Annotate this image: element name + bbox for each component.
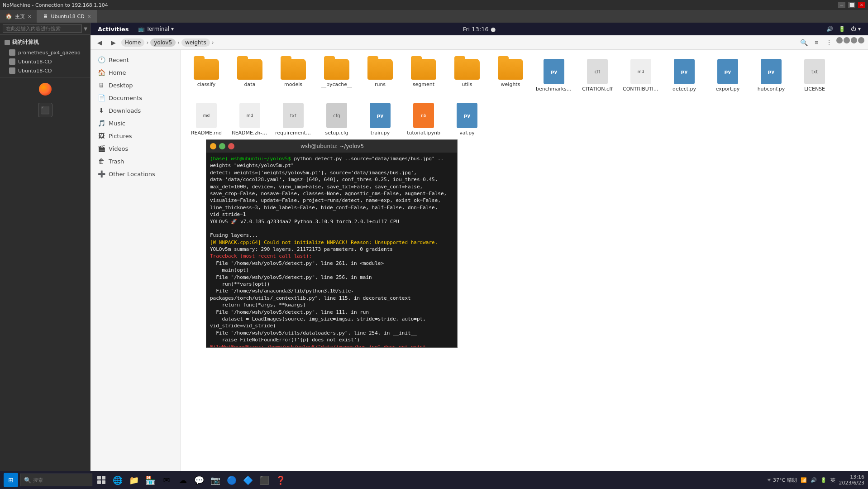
- fm-menu-button[interactable]: ⋮: [824, 37, 835, 48]
- wm-btn-1[interactable]: [836, 37, 843, 43]
- activities-button[interactable]: Activities: [98, 26, 129, 33]
- taskbar-icon-email[interactable]: ✉️: [159, 473, 174, 487]
- fm-sidebar-trash[interactable]: 🗑 Trash: [91, 155, 181, 168]
- file-readme-zh[interactable]: md README.zh-CN.md: [232, 101, 268, 138]
- file-runs[interactable]: runs: [362, 57, 398, 94]
- fm-sidebar-music[interactable]: 🎵 Music: [91, 117, 181, 129]
- my-computer-header: 我的计算机: [0, 37, 90, 48]
- file-benchmarks[interactable]: py benchmarks.py: [536, 57, 572, 94]
- terminal-close[interactable]: [228, 143, 234, 149]
- file-tutorial[interactable]: nb tutorial.ipynb: [405, 101, 442, 138]
- file-requirements[interactable]: txt requirements.txt: [275, 101, 311, 138]
- fm-sidebar-desktop-label: Desktop: [109, 82, 133, 89]
- fm-sidebar-videos[interactable]: 🎬 Videos: [91, 142, 181, 155]
- file-license[interactable]: txt LICENSE: [796, 57, 833, 94]
- close-button[interactable]: ✕: [858, 2, 865, 8]
- fm-sidebar-recent[interactable]: 🕐 Recent: [91, 53, 181, 66]
- fm-forward-button[interactable]: ▶: [108, 37, 119, 48]
- file-utils-label: utils: [462, 82, 472, 87]
- file-val-label: val.py: [459, 130, 474, 136]
- ubuntu18-cd-item-2[interactable]: Ubuntu18-CD: [0, 66, 90, 75]
- terminal-body[interactable]: (base) wsh@ubuntu:~/yolov5$ python detec…: [206, 153, 457, 347]
- file-hubconf[interactable]: py hubconf.py: [753, 57, 789, 94]
- fm-sidebar-documents[interactable]: 📄 Documents: [91, 91, 181, 104]
- taskbar-icon-teams[interactable]: 💬: [192, 473, 206, 487]
- prometheus-item[interactable]: prometheus_px4_gazebo: [0, 48, 90, 57]
- taskbar-icon-explorer[interactable]: 📁: [127, 473, 141, 487]
- txt-citation-icon: cff: [587, 59, 608, 84]
- power-menu[interactable]: ⏻ ▾: [851, 26, 861, 32]
- breadcrumb-home[interactable]: Home: [121, 38, 144, 47]
- fm-sidebar-home[interactable]: 🏠 Home: [91, 66, 181, 79]
- file-contributing[interactable]: md CONTRIBUTING.md: [623, 57, 659, 94]
- ubuntu-tab[interactable]: 🖥 Ubuntu18-CD ✕: [37, 10, 97, 23]
- fm-sidebar-other-locations[interactable]: ➕ Other Locations: [91, 168, 181, 180]
- taskbar-search-box[interactable]: 🔍: [20, 474, 92, 486]
- taskbar-icon-chrome[interactable]: 🔵: [224, 473, 239, 487]
- fm-view-button[interactable]: ≡: [811, 37, 822, 48]
- fm-back-button[interactable]: ◀: [94, 37, 105, 48]
- terminal-menu[interactable]: 📺 Terminal ▾: [138, 26, 174, 32]
- taskbar-icon-taskview[interactable]: [94, 473, 109, 487]
- taskbar-icon-store[interactable]: 🏪: [143, 473, 157, 487]
- md-readme-zh-icon: md: [239, 103, 260, 128]
- wm-btn-4[interactable]: [858, 37, 864, 43]
- file-utils[interactable]: utils: [449, 57, 485, 94]
- nm-search-input[interactable]: [3, 24, 82, 33]
- file-citation[interactable]: cff CITATION.cff: [579, 57, 615, 94]
- terminal-minimize[interactable]: [210, 143, 216, 149]
- file-readme[interactable]: md README.md: [188, 101, 224, 138]
- home-tab[interactable]: 🏠 主页 ✕: [0, 10, 37, 23]
- fm-sidebar-desktop[interactable]: 🖥 Desktop: [91, 79, 181, 91]
- volume-icon[interactable]: 🔋: [839, 26, 845, 32]
- taskbar-icon-vscode[interactable]: 🔷: [241, 473, 255, 487]
- home-tab-close[interactable]: ✕: [28, 14, 31, 19]
- file-classify[interactable]: classify: [188, 57, 224, 94]
- file-data[interactable]: data: [232, 57, 268, 94]
- file-models[interactable]: models: [275, 57, 311, 94]
- file-export-label: export.py: [716, 86, 740, 92]
- breadcrumb-sep-2: ›: [177, 39, 180, 46]
- terminal-line-traceback: Traceback (most recent call last):: [210, 253, 453, 259]
- wm-btn-2[interactable]: [844, 37, 850, 43]
- file-train[interactable]: py train.py: [362, 101, 398, 138]
- file-pycache[interactable]: __pycache__: [319, 57, 355, 94]
- taskbar-lang[interactable]: 英: [830, 477, 835, 484]
- taskbar-icon-photos[interactable]: 📷: [208, 473, 223, 487]
- network-icon[interactable]: 🔊: [826, 26, 833, 32]
- taskbar-clock[interactable]: 13:16 2023/6/23: [839, 474, 864, 486]
- ubuntu-tab-close[interactable]: ✕: [87, 14, 91, 19]
- taskbar-search-input[interactable]: [33, 477, 87, 483]
- file-weights[interactable]: weights: [492, 57, 529, 94]
- breadcrumb-yolov5[interactable]: yolov5: [150, 38, 176, 47]
- restore-button[interactable]: ⬜: [848, 2, 855, 8]
- taskbar-icon-onedrive[interactable]: ☁️: [176, 473, 190, 487]
- terminal-icon[interactable]: ⬛: [38, 103, 52, 117]
- file-setup-cfg[interactable]: cfg setup.cfg: [319, 101, 355, 138]
- file-readme-zh-label: README.zh-CN.md: [232, 130, 268, 136]
- terminal-maximize[interactable]: [219, 143, 225, 149]
- taskbar-icon-edge[interactable]: 🌐: [110, 473, 125, 487]
- taskbar-icon-help[interactable]: ❓: [273, 473, 288, 487]
- taskbar-battery-icon[interactable]: 🔋: [820, 477, 827, 483]
- file-segment[interactable]: segment: [405, 57, 442, 94]
- breadcrumb-weights[interactable]: weights: [181, 38, 210, 47]
- file-val[interactable]: py val.py: [449, 101, 485, 138]
- fm-search-button[interactable]: 🔍: [798, 37, 809, 48]
- terminal-line-file3: File "/home/wsh/anaconda3/lib/python3.10…: [210, 288, 453, 302]
- taskbar-network-icon[interactable]: 📶: [801, 477, 807, 483]
- wm-btn-3[interactable]: [851, 37, 857, 43]
- terminal-line-summary: YOLOv5m summary: 290 layers, 21172173 pa…: [210, 246, 453, 253]
- minimize-button[interactable]: ─: [838, 2, 845, 8]
- file-readme-label: README.md: [191, 130, 222, 136]
- fm-sidebar-pictures[interactable]: 🖼 Pictures: [91, 129, 181, 142]
- start-button[interactable]: ⊞: [4, 473, 18, 487]
- file-classify-label: classify: [197, 82, 216, 87]
- file-citation-label: CITATION.cff: [582, 86, 612, 92]
- taskbar-icon-terminal[interactable]: ⬛: [257, 473, 272, 487]
- ubuntu18-cd-item-1[interactable]: Ubuntu18-CD: [0, 57, 90, 66]
- file-export[interactable]: py export.py: [710, 57, 746, 94]
- fm-sidebar-downloads[interactable]: ⬇ Downloads: [91, 104, 181, 117]
- taskbar-volume-icon[interactable]: 🔊: [811, 477, 817, 483]
- file-detect[interactable]: py detect.py: [666, 57, 702, 94]
